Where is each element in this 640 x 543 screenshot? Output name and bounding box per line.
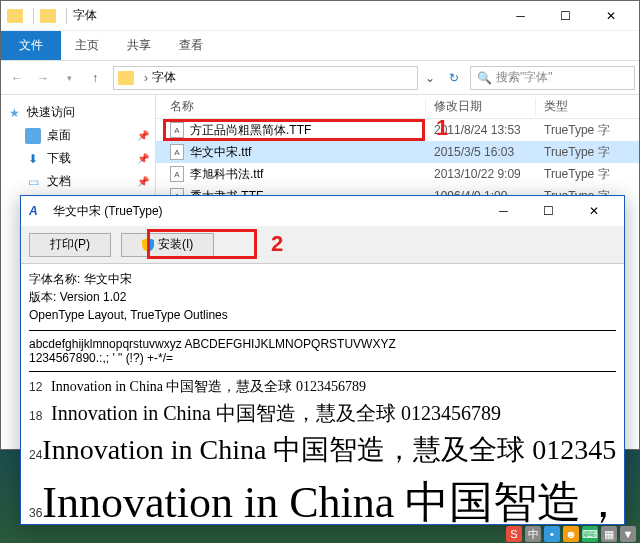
tab-home[interactable]: 主页 [61, 31, 113, 60]
font-file-icon: A [170, 144, 184, 160]
sample-text: Innovation in China 中国智造，慧及全球 0123456789 [42, 431, 616, 469]
quick-access-header[interactable]: ★ 快速访问 [1, 101, 155, 124]
nav-item-label: 下载 [47, 150, 71, 167]
font-preview-area: 字体名称: 华文中宋 版本: Version 1.02 OpenType Lay… [21, 264, 624, 524]
nav-item-label: 文档 [47, 173, 71, 190]
divider [29, 371, 616, 372]
tray-icon[interactable]: ▼ [620, 526, 636, 542]
file-date: 2015/3/5 16:03 [426, 145, 536, 159]
font-preview-window: A 华文中宋 (TrueType) ─ ☐ ✕ 打印(P) 安装(I) 2 字体… [20, 195, 625, 525]
size-label: 24 [29, 448, 42, 462]
nav-item-downloads[interactable]: ⬇ 下载 📌 [1, 147, 155, 170]
tray-icon[interactable]: 中 [525, 526, 541, 542]
size-label: 18 [29, 409, 51, 423]
tab-share[interactable]: 共享 [113, 31, 165, 60]
print-label: 打印(P) [50, 236, 90, 253]
font-name-line: 字体名称: 华文中宋 [29, 270, 616, 288]
minimize-button[interactable]: ─ [498, 2, 543, 30]
minimize-button[interactable]: ─ [481, 197, 526, 225]
file-name: 李旭科书法.ttf [190, 166, 263, 183]
nav-bar: ← → ▾ ↑ › 字体 ⌄ ↻ 🔍 搜索"字体" [1, 61, 639, 95]
column-date[interactable]: 修改日期 [426, 98, 536, 115]
nav-item-documents[interactable]: ▭ 文档 📌 [1, 170, 155, 193]
chevron-right-icon: › [144, 71, 148, 85]
address-bar[interactable]: › 字体 [113, 66, 418, 90]
search-input[interactable]: 🔍 搜索"字体" [470, 66, 635, 90]
font-version-line: 版本: Version 1.02 [29, 288, 616, 306]
tab-view[interactable]: 查看 [165, 31, 217, 60]
column-name[interactable]: 名称 [156, 98, 426, 115]
nav-group-quick-access: ★ 快速访问 桌面 📌 ⬇ 下载 📌 ▭ 文档 📌 [1, 101, 155, 193]
back-button[interactable]: ← [5, 66, 29, 90]
titlebar: 字体 ─ ☐ ✕ [1, 1, 639, 31]
file-date: 2013/10/22 9:09 [426, 167, 536, 181]
fontwin-title: 华文中宋 (TrueType) [53, 203, 481, 220]
annotation-number-2: 2 [271, 231, 283, 257]
pin-icon: 📌 [137, 130, 149, 141]
history-dropdown[interactable]: ▾ [57, 66, 81, 90]
document-icon: ▭ [25, 174, 41, 190]
fontwin-toolbar: 打印(P) 安装(I) 2 [21, 226, 624, 264]
folder-icon [40, 9, 56, 23]
desktop-icon [25, 128, 41, 144]
file-name: 华文中宋.ttf [190, 144, 251, 161]
search-icon: 🔍 [477, 71, 492, 85]
maximize-button[interactable]: ☐ [543, 2, 588, 30]
tray-icon[interactable]: ⌨ [582, 526, 598, 542]
quick-access-label: 快速访问 [27, 104, 75, 121]
file-row-selected[interactable]: A华文中宋.ttf 2015/3/5 16:03 TrueType 字 [156, 141, 639, 163]
nav-item-label: 桌面 [47, 127, 71, 144]
refresh-button[interactable]: ↻ [442, 71, 466, 85]
sample-text: Innovation in China 中国智造，慧及全球 0123456789 [42, 473, 616, 524]
font-file-icon: A [170, 166, 184, 182]
folder-icon [7, 9, 23, 23]
up-button[interactable]: ↑ [83, 66, 107, 90]
file-type: TrueType 字 [536, 122, 639, 139]
column-type[interactable]: 类型 [536, 98, 639, 115]
list-header: 名称 修改日期 类型 [156, 95, 639, 119]
nav-item-desktop[interactable]: 桌面 📌 [1, 124, 155, 147]
tray-icon[interactable]: ☻ [563, 526, 579, 542]
tab-file[interactable]: 文件 [1, 31, 61, 60]
search-placeholder: 搜索"字体" [496, 69, 553, 86]
file-row[interactable]: A李旭科书法.ttf 2013/10/22 9:09 TrueType 字 [156, 163, 639, 185]
ribbon-tabs: 文件 主页 共享 查看 [1, 31, 639, 61]
ime-icon[interactable]: S [506, 526, 522, 542]
sample-row-12: 12 Innovation in China 中国智造，慧及全球 0123456… [29, 378, 616, 396]
star-icon: ★ [7, 106, 21, 120]
divider [66, 8, 67, 24]
sample-text: Innovation in China 中国智造，慧及全球 0123456789 [51, 378, 366, 396]
fontwin-titlebar: A 华文中宋 (TrueType) ─ ☐ ✕ [21, 196, 624, 226]
size-label: 12 [29, 380, 51, 394]
tray-icon[interactable]: • [544, 526, 560, 542]
close-button[interactable]: ✕ [588, 2, 633, 30]
window-controls: ─ ☐ ✕ [481, 197, 616, 225]
close-button[interactable]: ✕ [571, 197, 616, 225]
alpha-sample: abcdefghijklmnopqrstuvwxyz ABCDEFGHIJKLM… [29, 337, 616, 351]
maximize-button[interactable]: ☐ [526, 197, 571, 225]
annotation-box-2 [147, 229, 257, 259]
size-label: 36 [29, 506, 42, 520]
folder-icon [118, 71, 134, 85]
file-type: TrueType 字 [536, 144, 639, 161]
sample-row-24: 24 Innovation in China 中国智造，慧及全球 0123456… [29, 431, 616, 469]
address-segment[interactable]: 字体 [152, 69, 176, 86]
window-controls: ─ ☐ ✕ [498, 2, 633, 30]
print-button[interactable]: 打印(P) [29, 233, 111, 257]
tray-icon[interactable]: ▦ [601, 526, 617, 542]
pin-icon: 📌 [137, 153, 149, 164]
font-app-icon: A [29, 204, 45, 218]
system-tray: S 中 • ☻ ⌨ ▦ ▼ [502, 525, 640, 543]
window-title: 字体 [73, 7, 498, 24]
divider [33, 8, 34, 24]
file-type: TrueType 字 [536, 166, 639, 183]
sample-row-36: 36 Innovation in China 中国智造，慧及全球 0123456… [29, 473, 616, 524]
forward-button[interactable]: → [31, 66, 55, 90]
download-icon: ⬇ [25, 151, 41, 167]
annotation-number-1: 1 [436, 115, 448, 141]
font-tech-line: OpenType Layout, TrueType Outlines [29, 306, 616, 324]
annotation-box-1 [163, 119, 425, 141]
pin-icon: 📌 [137, 176, 149, 187]
address-dropdown[interactable]: ⌄ [420, 71, 440, 85]
divider [29, 330, 616, 331]
